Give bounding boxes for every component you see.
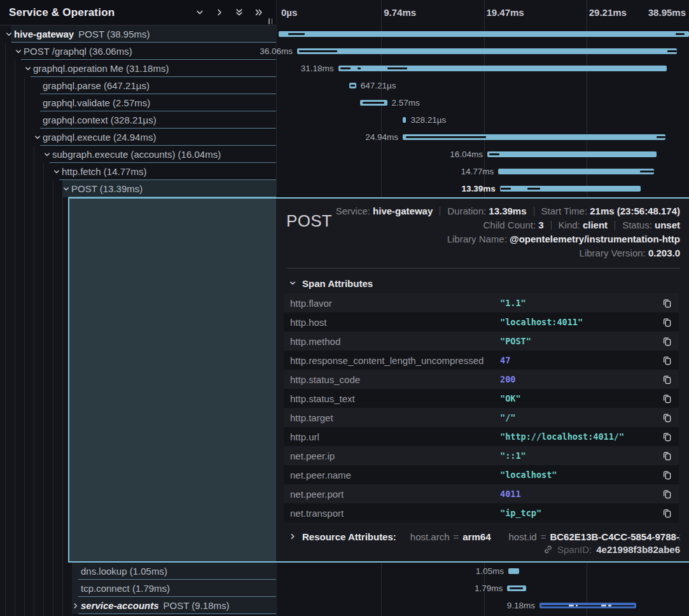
span-attributes-title: Span Attributes <box>302 278 373 289</box>
span-row-name[interactable]: dns.lookup (1.05ms) <box>0 563 276 580</box>
attribute-key: http.status_text <box>290 393 500 404</box>
copy-icon[interactable] <box>660 506 674 520</box>
span-bar-child-mark <box>527 188 540 190</box>
chevron-down-icon[interactable] <box>53 168 62 176</box>
attribute-value: "1.1" <box>500 298 660 308</box>
span-duration-label: 647.21µs <box>361 77 396 94</box>
span-attributes-section-header[interactable]: Span Attributes <box>289 277 680 290</box>
span-detail-title: POST <box>286 211 332 231</box>
span-row-name[interactable]: graphql.context (328.21µs) <box>0 111 276 129</box>
copy-icon[interactable] <box>660 449 674 463</box>
copy-icon[interactable] <box>660 315 674 329</box>
copy-icon[interactable] <box>660 353 674 367</box>
attribute-value: "::1" <box>500 451 660 461</box>
span-row-timeline: 2.57ms <box>276 94 689 111</box>
span-service-name: hive-gateway <box>14 29 74 39</box>
attribute-key: http.method <box>290 336 500 347</box>
chevron-down-icon[interactable] <box>62 185 71 193</box>
span-operation-name: graphql.execute (24.94ms) <box>43 132 156 143</box>
copy-icon[interactable] <box>660 372 674 386</box>
span-attributes-table: http.flavor"1.1" http.host"localhost:401… <box>284 293 679 522</box>
span-bar[interactable] <box>498 169 654 174</box>
attribute-key: http.host <box>290 317 500 328</box>
attribute-value: "localhost" <box>500 470 660 480</box>
span-row-name[interactable]: hive-gatewayPOST (38.95ms) <box>0 25 276 43</box>
span-row-name[interactable]: tcp.connect (1.79ms) <box>0 580 276 597</box>
span-row-name[interactable]: POST (13.39ms) <box>0 180 276 197</box>
panel-resize-grip[interactable] <box>268 18 272 24</box>
copy-icon[interactable] <box>660 487 674 501</box>
span-duration-label: 1.79ms <box>475 580 503 597</box>
axis-tick-label: 9.74ms <box>384 0 416 25</box>
span-row: graphql.operation Me (31.18ms)31.18ms <box>0 60 689 77</box>
span-operation-name: graphql.parse (647.21µs) <box>43 80 150 91</box>
span-bar[interactable] <box>507 585 526 591</box>
double-chevron-down-icon[interactable] <box>235 8 244 17</box>
resource-attributes-row[interactable]: Resource Attributes: host.arch=arm64host… <box>289 530 680 543</box>
span-row-name[interactable]: graphql.parse (647.21µs) <box>0 77 276 94</box>
chevron-right-icon[interactable] <box>215 8 224 17</box>
overview-field-value: unset <box>655 220 680 230</box>
attribute-row: http.status_text"OK" <box>284 389 679 408</box>
span-overview: Service: hive-gatewayDuration: 13.39msSt… <box>286 204 680 260</box>
span-row-name[interactable]: POST /graphql (36.06ms) <box>0 43 276 60</box>
span-bar-child-mark <box>340 67 351 69</box>
span-overview-line: Library Name: @opentelemetry/instrumenta… <box>286 232 680 246</box>
span-row-name[interactable]: http.fetch (14.77ms) <box>0 163 276 180</box>
span-row-timeline: 9.18ms <box>276 597 689 614</box>
span-row: graphql.execute (24.94ms)24.94ms <box>0 129 689 146</box>
chevron-down-icon[interactable] <box>195 8 204 17</box>
span-operation-name: subgraph.execute (accounts) (16.04ms) <box>52 149 221 160</box>
span-row-timeline: 31.18ms <box>276 60 689 77</box>
span-bar[interactable] <box>539 603 636 608</box>
attribute-value: "OK" <box>500 393 660 403</box>
span-row-name[interactable]: subgraph.execute (accounts) (16.04ms) <box>0 146 276 163</box>
span-bar[interactable] <box>500 186 641 192</box>
span-bar[interactable] <box>349 83 356 88</box>
span-row-name[interactable]: graphql.operation Me (31.18ms) <box>0 60 276 77</box>
span-rows-bottom: dns.lookup (1.05ms)1.05mstcp.connect (1.… <box>0 563 689 614</box>
span-bar[interactable] <box>403 117 406 123</box>
span-operation-name: graphql.context (328.21µs) <box>43 115 157 125</box>
attribute-row: http.url"http://localhost:4011/" <box>284 427 679 446</box>
span-duration-label: 36.06ms <box>260 43 293 60</box>
span-duration-label: 16.04ms <box>450 146 483 163</box>
link-icon[interactable] <box>543 545 553 554</box>
span-operation-name: POST (9.18ms) <box>164 600 230 611</box>
span-row-name[interactable]: graphql.validate (2.57ms) <box>0 94 276 111</box>
chevron-down-icon[interactable] <box>43 151 52 158</box>
copy-icon[interactable] <box>660 410 674 424</box>
chevron-down-icon[interactable] <box>24 65 33 73</box>
attribute-value: "/" <box>500 412 660 423</box>
chevron-down-icon[interactable] <box>5 31 14 38</box>
span-duration-label: 9.18ms <box>507 597 535 614</box>
span-bar[interactable] <box>279 31 689 37</box>
overview-field-label: Service: <box>336 206 373 216</box>
copy-icon[interactable] <box>660 468 674 482</box>
double-chevron-right-icon[interactable] <box>254 8 263 17</box>
resource-attributes-values: host.arch=arm64host.id=BC62E13B-C4CC-585… <box>410 531 680 542</box>
copy-icon[interactable] <box>660 391 674 405</box>
span-bar-child-mark <box>608 605 611 606</box>
chevron-down-icon[interactable] <box>34 134 43 141</box>
span-row: POST /graphql (36.06ms)36.06ms <box>0 43 689 60</box>
overview-field-label: Status: <box>622 220 655 230</box>
copy-icon[interactable] <box>660 430 674 444</box>
chevron-down-icon[interactable] <box>15 48 24 55</box>
chevron-right-icon[interactable] <box>72 602 81 610</box>
span-bar-child-mark <box>657 136 665 138</box>
copy-icon[interactable] <box>660 296 674 310</box>
span-bar[interactable] <box>360 100 387 106</box>
attribute-row: http.status_code200 <box>284 370 679 389</box>
span-row-name[interactable]: service-accountsPOST (9.18ms) <box>0 597 276 614</box>
span-bar[interactable] <box>487 151 657 157</box>
span-bar[interactable] <box>338 66 667 71</box>
span-bar[interactable] <box>403 134 665 140</box>
span-bar[interactable] <box>297 48 677 54</box>
span-overview-line: Library Version: 0.203.0 <box>286 246 680 260</box>
span-row: graphql.context (328.21µs)328.21µs <box>0 111 689 129</box>
copy-icon[interactable] <box>660 334 674 348</box>
span-row-name[interactable]: graphql.execute (24.94ms) <box>0 129 276 146</box>
span-bar[interactable] <box>508 568 519 574</box>
span-row-timeline: 16.04ms <box>276 146 689 163</box>
